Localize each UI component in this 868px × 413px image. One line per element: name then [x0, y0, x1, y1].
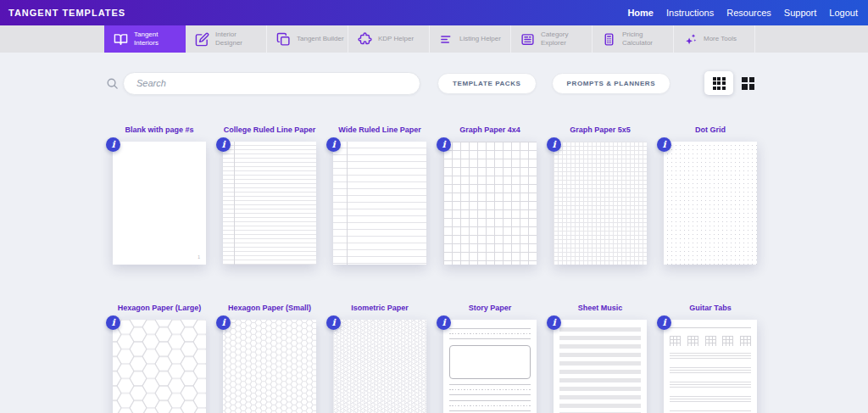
template-grid-row-1: Blank with page #s i 1 College Ruled Lin…	[113, 126, 868, 265]
card-title: Dot Grid	[664, 126, 757, 134]
grid-view-small-toggle[interactable]	[704, 71, 733, 95]
template-packs-button[interactable]: TEMPLATE PACKS	[437, 73, 537, 94]
book-icon	[114, 32, 128, 47]
sheet-music-pattern	[559, 327, 641, 413]
info-icon[interactable]: i	[326, 137, 341, 152]
puzzle-icon	[358, 32, 372, 47]
tab-category-explorer[interactable]: Category Explorer	[511, 25, 593, 53]
template-preview-hexagon-small[interactable]: i	[223, 320, 316, 413]
card-sheet-music: Sheet Music i	[554, 304, 647, 413]
grid-2x2-icon	[742, 77, 754, 90]
card-dot-grid: Dot Grid i	[664, 126, 757, 265]
sparkles-icon	[683, 32, 698, 47]
info-icon[interactable]: i	[657, 315, 671, 330]
edit-icon	[195, 32, 209, 47]
template-preview-wide-ruled[interactable]: i	[333, 142, 426, 265]
brand-logo[interactable]: TANGENT TEMPLATES	[8, 8, 125, 18]
template-preview-isometric[interactable]: i	[333, 320, 426, 413]
toolbar: TEMPLATE PACKS PROMPTS & PLANNERS	[106, 71, 868, 95]
card-title: Hexagon Paper (Small)	[223, 304, 316, 312]
card-title: Guitar Tabs	[664, 304, 757, 312]
tab-kdp-helper[interactable]: KDP Helper	[348, 25, 430, 53]
app-window: TANGENT TEMPLATES Home Instructions Reso…	[0, 0, 868, 413]
template-grid-row-2: Hexagon Paper (Large) i	[113, 304, 868, 413]
card-title: Isometric Paper	[333, 304, 426, 312]
template-preview-story-paper[interactable]: i	[443, 320, 537, 413]
newspaper-icon	[520, 32, 535, 47]
info-icon[interactable]: i	[547, 315, 561, 330]
prompts-planners-button[interactable]: PROMPTS & PLANNERS	[552, 73, 671, 94]
card-title: Sheet Music	[554, 304, 647, 312]
nav-link-home[interactable]: Home	[627, 8, 654, 18]
card-isometric: Isometric Paper i	[333, 304, 426, 413]
page-number: 1	[198, 254, 200, 260]
search-icon	[106, 77, 119, 90]
story-paper-pattern	[449, 326, 531, 413]
card-title: Blank with page #s	[113, 126, 206, 134]
card-graph-5x5: Graph Paper 5x5 i	[554, 126, 647, 265]
template-preview-graph-4x4[interactable]: i	[443, 142, 537, 265]
info-icon[interactable]: i	[437, 315, 451, 330]
hexagon-large-pattern	[113, 320, 206, 413]
tool-tabbar: Tangent Interiors Interior Designer Tang…	[0, 25, 868, 53]
info-icon[interactable]: i	[326, 315, 341, 330]
tab-listing-helper[interactable]: Listing Helper	[430, 25, 511, 53]
card-title: Hexagon Paper (Large)	[113, 304, 206, 312]
info-icon[interactable]: i	[216, 137, 231, 152]
top-navbar: TANGENT TEMPLATES Home Instructions Reso…	[0, 0, 868, 25]
card-title: College Ruled Line Paper	[223, 126, 316, 134]
card-college-ruled: College Ruled Line Paper i	[223, 126, 316, 265]
tab-tangent-interiors[interactable]: Tangent Interiors	[104, 25, 186, 53]
template-preview-guitar-tabs[interactable]: i	[664, 320, 757, 413]
list-icon	[439, 32, 453, 47]
grid-view-large-toggle[interactable]	[742, 77, 754, 90]
info-icon[interactable]: i	[437, 137, 451, 152]
nav-links: Home Instructions Resources Support Logo…	[627, 8, 858, 18]
info-icon[interactable]: i	[106, 315, 120, 330]
info-icon[interactable]: i	[657, 137, 671, 152]
template-preview-hexagon-large[interactable]: i	[113, 320, 206, 413]
card-title: Graph Paper 5x5	[554, 126, 647, 134]
nav-link-logout[interactable]: Logout	[829, 8, 858, 18]
card-hexagon-small: Hexagon Paper (Small) i	[223, 304, 316, 413]
card-title: Graph Paper 4x4	[443, 126, 537, 134]
grid-3x3-icon	[713, 77, 726, 90]
card-title: Story Paper	[443, 304, 537, 312]
card-title: Wide Ruled Line Paper	[333, 126, 426, 134]
nav-link-support[interactable]: Support	[784, 8, 817, 18]
hexagon-small-pattern	[223, 320, 316, 413]
info-icon[interactable]: i	[216, 315, 231, 330]
template-preview-sheet-music[interactable]: i	[554, 320, 647, 413]
tab-more-tools[interactable]: More Tools	[674, 25, 755, 53]
card-graph-4x4: Graph Paper 4x4 i	[443, 126, 537, 265]
view-toggles	[704, 71, 754, 95]
guitar-tabs-pattern	[670, 326, 751, 413]
card-hexagon-large: Hexagon Paper (Large) i	[113, 304, 206, 413]
copies-icon	[276, 32, 291, 47]
card-wide-ruled: Wide Ruled Line Paper i	[333, 126, 426, 265]
tab-tangent-builder[interactable]: Tangent Builder	[267, 25, 348, 53]
search-input[interactable]	[123, 72, 420, 95]
info-icon[interactable]: i	[547, 137, 561, 152]
template-preview-college-ruled[interactable]: i	[223, 142, 316, 265]
tab-pricing-calculator[interactable]: Pricing Calculator	[593, 25, 674, 53]
info-icon[interactable]: i	[106, 137, 120, 152]
nav-link-resources[interactable]: Resources	[726, 8, 771, 18]
template-preview-dot-grid[interactable]: i	[664, 142, 757, 265]
card-story-paper: Story Paper i	[443, 304, 537, 413]
calculator-icon	[602, 32, 616, 47]
card-guitar-tabs: Guitar Tabs i	[664, 304, 757, 413]
template-preview-blank[interactable]: i 1	[113, 142, 206, 265]
card-blank-with-page-numbers: Blank with page #s i 1	[113, 126, 206, 265]
nav-link-instructions[interactable]: Instructions	[666, 8, 714, 18]
tab-interior-designer[interactable]: Interior Designer	[186, 25, 267, 53]
template-preview-graph-5x5[interactable]: i	[554, 142, 647, 265]
